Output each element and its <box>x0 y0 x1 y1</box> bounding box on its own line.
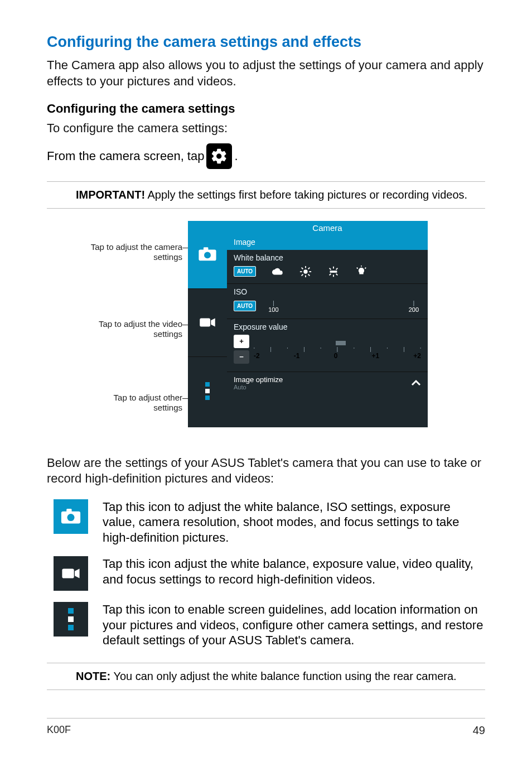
iso-tick-200[interactable]: |200 <box>409 300 419 313</box>
important-text: Apply the settings first before taking p… <box>145 189 467 201</box>
iso-row: ISO AUTO |100 |200 <box>227 284 428 319</box>
camera-iconbox <box>54 499 88 534</box>
white-balance-label: White balance <box>234 253 421 262</box>
svg-rect-6 <box>205 396 210 400</box>
camera-icon <box>60 509 81 524</box>
svg-rect-30 <box>68 608 74 614</box>
fluorescent-icon[interactable] <box>327 266 340 278</box>
sun-icon[interactable] <box>299 266 312 278</box>
ev-ruler[interactable]: -2 -1 0 +1 +2 <box>254 352 421 360</box>
sliders-icon <box>204 382 211 400</box>
cloud-icon[interactable] <box>272 267 284 276</box>
svg-line-22 <box>336 273 338 275</box>
icon-description-list: Tap this icon to adjust the white balanc… <box>54 499 485 648</box>
image-tab[interactable]: Image <box>227 235 428 250</box>
svg-point-27 <box>67 514 74 521</box>
video-desc: Tap this icon adjust the white balance, … <box>103 556 485 587</box>
intro-paragraph: The Camera app also allows you to adjust… <box>47 57 485 89</box>
svg-point-7 <box>303 269 307 273</box>
video-iconbox <box>54 556 88 591</box>
camera-settings-figure: Tap to adjust the camera settings Tap to… <box>99 221 433 433</box>
iconrow-camera: Tap this icon to adjust the white balanc… <box>54 499 485 546</box>
gear-icon <box>206 143 232 169</box>
sidebar-tab-other[interactable] <box>188 357 227 425</box>
svg-line-14 <box>302 274 303 276</box>
annotation-video: Tap to adjust the video settings <box>88 319 182 339</box>
opt-label: Image optimize <box>234 375 283 384</box>
svg-rect-4 <box>205 382 210 387</box>
iconrow-other: Tap this icon to enable screen guideline… <box>54 602 485 648</box>
svg-line-25 <box>365 267 366 268</box>
svg-line-24 <box>357 267 358 268</box>
svg-line-18 <box>330 268 331 269</box>
incandescent-icon[interactable] <box>355 266 367 278</box>
below-paragraph: Below are the settings of your ASUS Tabl… <box>47 455 485 487</box>
svg-rect-29 <box>62 569 74 578</box>
inline-prefix: From the camera screen, tap <box>47 148 204 165</box>
svg-rect-31 <box>68 616 74 622</box>
svg-line-12 <box>302 267 303 269</box>
para-configure: To configure the camera settings: <box>47 120 485 137</box>
iso-tick-100[interactable]: |100 <box>268 300 278 313</box>
video-icon <box>199 316 216 329</box>
inline-instruction: From the camera screen, tap . <box>47 143 485 169</box>
sub-heading: Configuring the camera settings <box>47 102 485 116</box>
ev-plus-button[interactable]: + <box>234 335 249 348</box>
sidebar-tab-video[interactable] <box>188 289 227 357</box>
chevron-up-icon <box>411 379 421 386</box>
svg-rect-3 <box>200 319 210 327</box>
wb-auto-chip[interactable]: AUTO <box>234 266 256 277</box>
footer-model: K00F <box>47 724 71 737</box>
opt-sub: Auto <box>234 384 283 390</box>
settings-screenshot: Camera Image White balance AUTO ISO <box>188 221 428 427</box>
screenshot-main: Camera Image White balance AUTO ISO <box>227 221 428 427</box>
other-iconbox <box>54 602 88 637</box>
camera-desc: Tap this icon to adjust the white balanc… <box>103 499 485 546</box>
svg-rect-32 <box>68 625 74 630</box>
white-balance-row: White balance AUTO <box>227 250 428 284</box>
annotation-other: Tap to adjust other settings <box>88 393 182 413</box>
svg-rect-2 <box>204 248 209 251</box>
note-callout: NOTE: You can only adjust the white bala… <box>47 663 485 690</box>
svg-line-21 <box>330 273 331 275</box>
svg-point-1 <box>204 252 211 259</box>
page-footer: K00F 49 <box>47 718 485 737</box>
image-optimize-row[interactable]: Image optimize Auto <box>227 372 428 394</box>
svg-line-15 <box>308 267 310 269</box>
svg-rect-5 <box>205 389 210 393</box>
iso-auto-chip[interactable]: AUTO <box>234 301 256 311</box>
ev-label: Exposure value <box>234 322 421 331</box>
annotation-camera: Tap to adjust the camera settings <box>88 242 182 262</box>
exposure-row: Exposure value + − '|'|'|'|'|' <box>227 319 428 372</box>
inline-suffix: . <box>234 148 238 165</box>
svg-line-19 <box>336 268 338 269</box>
note-label: NOTE: <box>76 670 110 682</box>
iconrow-video: Tap this icon adjust the white balance, … <box>54 556 485 591</box>
svg-line-13 <box>308 274 310 276</box>
important-callout: IMPORTANT! Apply the settings first befo… <box>47 181 485 209</box>
important-label: IMPORTANT! <box>76 189 145 201</box>
iso-label: ISO <box>234 287 421 296</box>
note-text: You can only adjust the white balance fu… <box>110 670 456 682</box>
video-icon <box>61 567 80 580</box>
section-heading: Configuring the camera settings and effe… <box>47 33 485 51</box>
svg-rect-28 <box>66 509 71 512</box>
screenshot-header: Camera <box>227 221 428 235</box>
other-desc: Tap this icon to enable screen guideline… <box>103 602 485 648</box>
screenshot-sidebar <box>188 221 227 427</box>
sidebar-tab-camera[interactable] <box>188 221 227 289</box>
sliders-icon <box>67 608 75 630</box>
svg-rect-16 <box>330 271 337 273</box>
footer-page: 49 <box>473 724 485 737</box>
camera-icon <box>198 247 217 262</box>
ev-minus-button[interactable]: − <box>234 350 249 364</box>
